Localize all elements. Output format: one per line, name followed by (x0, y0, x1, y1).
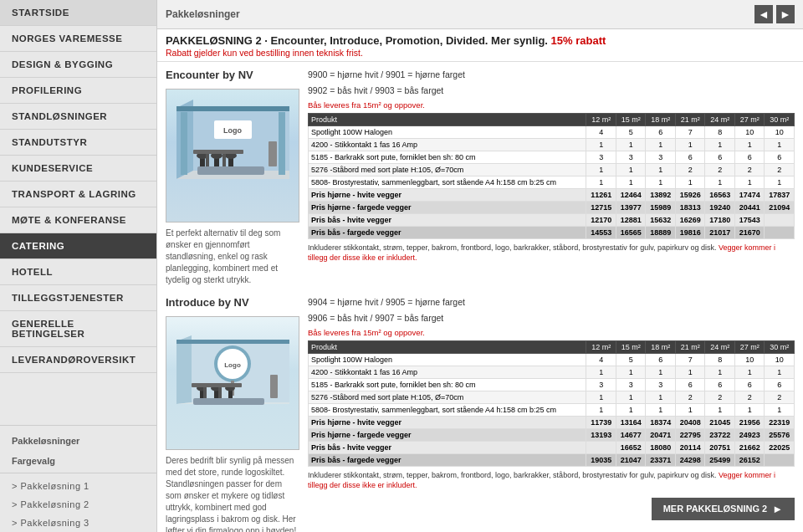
sidebar-link-3[interactable]: > Pakkeløsning 3 (0, 514, 156, 532)
product-val-cell: 1 (616, 391, 646, 403)
product-val-cell: 1 (705, 176, 735, 188)
product-val-cell: 3 (586, 151, 616, 163)
product-val-cell: 3 (586, 378, 616, 391)
sidebar-item-hotell[interactable]: HOTELL (0, 259, 156, 285)
price-val-cell: 17474 (734, 188, 765, 201)
svg-rect-3 (181, 112, 187, 175)
price-val-cell: 17837 (765, 188, 795, 201)
product-val-cell: 10 (734, 353, 765, 366)
encounter-includes-text: Inkluderer stikkontakt, strøm, tepper, b… (308, 243, 717, 252)
table-row: 4200 - Stikkontakt 1 fas 16 Amp1111111 (309, 366, 795, 378)
encounter-title: Encounter by NV (166, 69, 299, 81)
product-val-cell: 1 (646, 138, 676, 151)
price-label-cell: Pris bås - fargede vegger (309, 226, 586, 238)
sidebar-item-profilering[interactable]: PROFILERING (0, 78, 156, 104)
encounter-includes: Inkluderer stikkontakt, strøm, tepper, b… (308, 243, 795, 263)
product-val-cell: 5 (616, 125, 646, 138)
product-val-cell: 4 (586, 353, 616, 366)
product-val-cell: 2 (765, 391, 795, 403)
sidebar-item-tilleggstjenester[interactable]: TILLEGGSTJENESTER (0, 285, 156, 311)
product-val-cell: 1 (675, 138, 705, 151)
product-val-cell: 1 (616, 176, 646, 188)
svg-rect-18 (197, 166, 264, 175)
sidebar-link-1[interactable]: > Pakkeløsning 1 (0, 477, 156, 495)
col-header-5: 24 m² (705, 113, 735, 125)
price-row: Pris bås - hvite vegger16652180802011420… (309, 441, 795, 453)
encounter-spec-text2: 9902 = bås hvit / 9903 = bås farget (308, 85, 443, 95)
nav-back-button[interactable]: ◄ (754, 5, 773, 23)
more-packages-button[interactable]: MER PAKKELØSNING 2 ► (652, 498, 795, 520)
product-val-cell: 1 (616, 366, 646, 378)
sidebar-item-startside[interactable]: STARTSIDE (0, 0, 156, 26)
encounter-section: Encounter by NV (166, 69, 795, 286)
sidebar-item-standlosninger[interactable]: STANDLØSNINGER (0, 104, 156, 130)
introduce-red-note: Bås leveres fra 15m² og oppover. (308, 328, 795, 337)
price-val-cell: 14677 (616, 428, 646, 441)
col-header-3: 18 m² (646, 113, 676, 125)
col-header-3: 18 m² (646, 340, 676, 353)
price-val-cell: 13164 (616, 416, 646, 428)
product-val-cell: 1 (765, 138, 795, 151)
product-val-cell: 8 (705, 125, 735, 138)
product-val-cell: 2 (675, 163, 705, 176)
col-header-4: 21 m² (675, 340, 705, 353)
price-row: Pris bås - fargede vegger190352104723371… (309, 453, 795, 466)
price-val-cell: 22025 (765, 441, 795, 453)
price-val-cell: 12170 (586, 213, 616, 226)
price-val-cell (586, 441, 616, 453)
price-val-cell: 14553 (586, 226, 616, 238)
price-val-cell: 21094 (765, 201, 795, 213)
price-val-cell: 12715 (586, 201, 616, 213)
encounter-image: Logo (166, 89, 299, 223)
price-val-cell: 22319 (765, 416, 795, 428)
table-row: 5808- Brostyrestativ, sammenleggbart, so… (309, 403, 795, 416)
package-header: PAKKELØSNING 2 · Encounter, Introduce, P… (157, 29, 803, 62)
product-val-cell: 4 (586, 125, 616, 138)
encounter-desc: Et perfekt alternativ til deg som ønsker… (166, 228, 299, 286)
product-val-cell: 2 (675, 391, 705, 403)
price-row: Pris bås - fargede vegger145531656518889… (309, 226, 795, 238)
introduce-spec-line1: 9904 = hjørne hvit / 9905 = hjørne farge… (308, 296, 795, 309)
introduce-image: Logo (166, 316, 299, 450)
product-val-cell: 6 (705, 151, 735, 163)
product-val-cell: 1 (705, 366, 735, 378)
svg-rect-36 (193, 398, 264, 405)
sidebar-item-transport-lagring[interactable]: TRANSPORT & LAGRING (0, 182, 156, 207)
price-row: Pris hjørne - hvite vegger11739131641837… (309, 416, 795, 428)
price-val-cell: 21670 (734, 226, 765, 238)
sidebar-item-generelle-betingelser[interactable]: GENERELLE BETINGELSER (0, 311, 156, 347)
sidebar-fargevalg-label: Fargevalg (0, 449, 156, 469)
price-val-cell: 20114 (675, 441, 705, 453)
package-title-pre: PAKKELØSNING 2 · Encounter, Introduce, P… (166, 34, 548, 47)
sidebar-item-mote-konferanse[interactable]: MØTE & KONFERANSE (0, 207, 156, 233)
sidebar-item-leverandoroversikt[interactable]: LEVERANDØROVERSIKT (0, 347, 156, 373)
more-packages-arrow-icon: ► (772, 503, 783, 515)
sidebar-item-standutstyr[interactable]: STANDUTSTYR (0, 130, 156, 156)
introduce-includes-text: Inkluderer stikkontakt, strøm, tepper, b… (308, 471, 717, 479)
sidebar-item-norges-varemesse[interactable]: NORGES VAREMESSE (0, 26, 156, 52)
price-val-cell: 11261 (586, 188, 616, 201)
sidebar-item-catering[interactable]: CATERING (0, 233, 156, 259)
product-val-cell: 1 (734, 138, 765, 151)
table-row: 5185 - Barkrakk sort pute, forniklet ben… (309, 151, 795, 163)
package-title-line: PAKKELØSNING 2 · Encounter, Introduce, P… (166, 34, 795, 47)
sidebar-link-2[interactable]: > Pakkeløsning 2 (0, 495, 156, 514)
col-header-2: 15 m² (616, 340, 646, 353)
price-val-cell: 21662 (734, 441, 765, 453)
price-row: Pris bås - hvite vegger12170128811563216… (309, 213, 795, 226)
sidebar-item-kundeservice[interactable]: KUNDESERVICE (0, 156, 156, 182)
price-val-cell: 12464 (616, 188, 646, 201)
nav-forward-button[interactable]: ► (776, 5, 795, 23)
sidebar-item-design-bygging[interactable]: DESIGN & BYGGING (0, 52, 156, 78)
price-label-cell: Pris hjørne - fargede vegger (309, 201, 586, 213)
product-val-cell: 1 (586, 138, 616, 151)
col-header-0: Produkt (309, 113, 586, 125)
price-label-cell: Pris bås - hvite vegger (309, 441, 586, 453)
price-val-cell: 16565 (616, 226, 646, 238)
price-val-cell: 20408 (675, 416, 705, 428)
product-val-cell: 10 (765, 125, 795, 138)
price-val-cell: 15632 (646, 213, 676, 226)
price-val-cell (765, 213, 795, 226)
price-val-cell: 17180 (705, 213, 735, 226)
introduce-table-header-row: Produkt12 m²15 m²18 m²21 m²24 m²27 m²30 … (309, 340, 795, 353)
